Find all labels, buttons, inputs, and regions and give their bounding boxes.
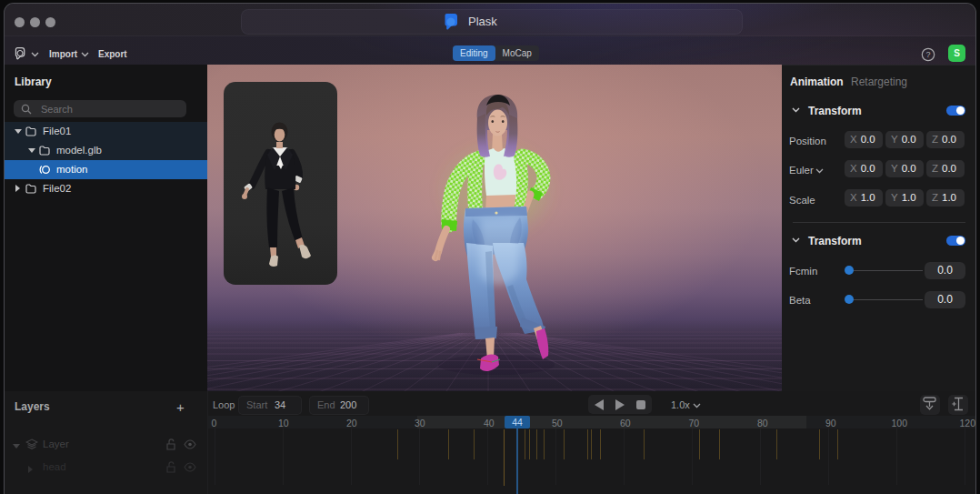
svg-text:?: ? xyxy=(925,50,930,59)
